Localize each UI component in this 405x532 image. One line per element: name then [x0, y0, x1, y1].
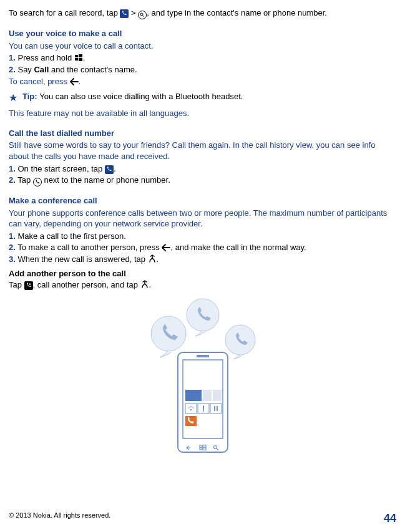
svg-rect-17	[185, 404, 197, 414]
svg-rect-29	[203, 448, 206, 450]
svg-rect-25	[185, 416, 197, 426]
windows-key-icon	[74, 54, 83, 62]
svg-rect-28	[200, 448, 202, 450]
tip-text: You can also use voice dialling with a B…	[39, 92, 243, 101]
callout-mid-icon	[187, 299, 219, 336]
last-heading: Call the last dialled number	[9, 128, 396, 139]
copyright-text: © 2013 Nokia. All rights reserved.	[9, 511, 110, 526]
text: , and make the call in the normal way.	[170, 243, 306, 252]
add-heading: Add another person to the call	[9, 268, 396, 279]
svg-rect-4	[75, 58, 78, 60]
merge-calls-icon	[140, 280, 149, 289]
call-circle-icon	[33, 178, 42, 186]
page-footer: © 2013 Nokia. All rights reserved. 44	[9, 511, 396, 526]
voice-desc: You can use your voice to call a contact…	[9, 41, 396, 52]
text: When the new call is answered, tap	[16, 254, 148, 264]
phone-tile-icon	[105, 165, 114, 174]
step-number: 1.	[9, 164, 16, 173]
svg-rect-26	[200, 445, 202, 447]
last-step-2: 2. Tap next to the name or phone number.	[9, 175, 396, 186]
text: .	[83, 53, 85, 62]
voice-cancel-line: To cancel, press .	[9, 76, 396, 87]
svg-rect-19	[210, 404, 222, 414]
svg-rect-21	[203, 405, 204, 410]
text: .	[149, 280, 152, 289]
conf-step-3: 3. When the new call is answered, tap .	[9, 254, 396, 265]
search-call-record-line: To search for a call record, tap > , and…	[9, 7, 396, 19]
conf-heading: Make a conference call	[9, 195, 396, 206]
step-number: 2.	[9, 175, 16, 185]
svg-rect-3	[79, 54, 82, 57]
svg-line-1	[143, 16, 145, 17]
step-number: 3.	[9, 254, 16, 264]
add-call-icon	[24, 281, 33, 290]
text: next to the name or phone number.	[42, 175, 170, 185]
text: Tap	[9, 280, 24, 289]
step-number: 1.	[9, 53, 16, 62]
text: , and type in the contact's name or phon…	[147, 8, 327, 17]
back-arrow-icon	[162, 243, 170, 252]
text: To cancel, press	[9, 77, 70, 86]
last-step-1: 1. On the start screen, tap .	[9, 163, 396, 175]
add-line: Tap , call another person, and tap .	[9, 279, 396, 291]
text: and the contact's name.	[49, 65, 137, 74]
tip-star-icon: ★	[9, 91, 17, 105]
text: .	[79, 77, 81, 86]
svg-point-20	[190, 409, 191, 410]
tip-label: Tip:	[22, 92, 39, 101]
callout-left-icon	[151, 316, 186, 357]
conf-desc: Your phone supports conference calls bet…	[9, 208, 396, 230]
svg-rect-16	[213, 390, 222, 401]
tip-row: ★ Tip: You can also use voice dialling w…	[9, 91, 396, 105]
svg-point-9	[187, 299, 219, 331]
svg-rect-23	[214, 406, 215, 411]
text: >	[129, 8, 138, 17]
text: Say	[16, 65, 34, 74]
conference-illustration	[9, 296, 396, 458]
text: , call another person, and tap	[33, 280, 140, 289]
page-number: 44	[384, 511, 396, 526]
svg-rect-15	[203, 390, 212, 401]
text: On the start screen, tap	[16, 164, 105, 173]
voice-step-1: 1. Press and hold .	[9, 52, 396, 64]
voice-heading: Use your voice to make a call	[9, 28, 396, 39]
voice-step-2: 2. Say Call and the contact's name.	[9, 64, 396, 75]
text: .	[157, 254, 159, 264]
conf-step-1: 1. Make a call to the first person.	[9, 231, 396, 242]
last-desc: Still have some words to say to your fri…	[9, 140, 396, 162]
merge-calls-icon	[148, 254, 157, 263]
step-number: 2.	[9, 65, 16, 74]
svg-rect-24	[217, 406, 218, 411]
svg-rect-14	[185, 390, 202, 401]
svg-rect-13	[197, 355, 209, 357]
svg-rect-2	[75, 55, 78, 57]
call-keyword: Call	[34, 65, 49, 74]
text: Tap	[16, 175, 33, 185]
text: Press and hold	[16, 53, 74, 62]
text: To search for a call record, tap	[9, 8, 120, 17]
svg-point-30	[213, 446, 217, 449]
step-number: 1.	[9, 231, 16, 241]
step-number: 2.	[9, 243, 16, 252]
text: Make a call to the first person.	[16, 231, 126, 241]
svg-rect-27	[203, 445, 206, 448]
voice-note: This feature may not be available in all…	[9, 108, 396, 119]
phone-tile-icon	[120, 9, 129, 18]
text: To make a call to another person, press	[16, 243, 162, 252]
back-arrow-icon	[70, 77, 79, 86]
tip-content: Tip: You can also use voice dialling wit…	[22, 91, 243, 102]
text: .	[114, 164, 116, 173]
svg-line-31	[217, 448, 218, 450]
svg-rect-11	[178, 352, 228, 452]
search-circle-icon	[138, 11, 147, 19]
callout-right-icon	[225, 325, 255, 359]
svg-point-22	[203, 410, 204, 412]
svg-point-0	[140, 13, 143, 16]
conf-step-2: 2. To make a call to another person, pre…	[9, 242, 396, 253]
svg-rect-5	[79, 58, 82, 61]
